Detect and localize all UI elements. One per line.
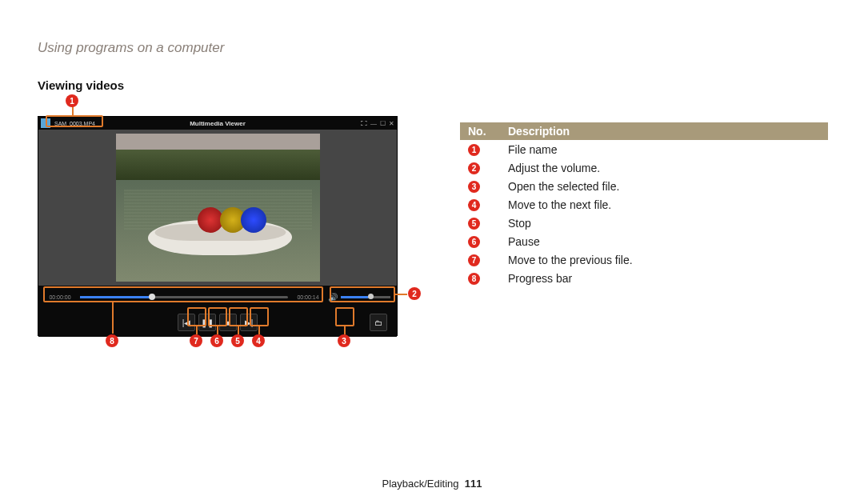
maximize-icon[interactable]: ☐ (380, 120, 386, 127)
table-row: 7 Move to the previous file. (460, 250, 828, 269)
row-desc: Adjust the volume. (500, 158, 828, 177)
multimedia-viewer-window: SAM_0003.MP4 Multimedia Viewer ⛶ — ☐ ✕ 0… (38, 116, 398, 336)
video-frame (116, 134, 320, 282)
video-area (38, 130, 397, 286)
table-row: 4 Move to the next file. (460, 195, 828, 214)
table-row: 5 Stop (460, 214, 828, 232)
row-desc: Open the selected file. (500, 177, 828, 195)
callout-box-1 (46, 115, 103, 127)
callout-tag-3: 3 (338, 334, 350, 347)
footer: Playback/Editing 111 (0, 478, 864, 490)
callout-box-8 (43, 286, 323, 302)
leader-6 (217, 326, 218, 334)
window-title: Multimedia Viewer (190, 120, 246, 127)
row-num: 6 (468, 236, 480, 248)
table-row: 1 File name (460, 140, 828, 158)
breadcrumb: Using programs on a computer (38, 40, 224, 56)
callout-tag-6: 6 (210, 334, 223, 347)
callout-tag-8: 8 (106, 334, 118, 347)
leader-7 (196, 326, 198, 334)
leader-3 (344, 326, 346, 334)
th-desc: Description (500, 122, 828, 140)
fullscreen-icon[interactable]: ⛶ (361, 120, 367, 127)
row-num: 3 (468, 181, 480, 193)
leader-8 (112, 302, 114, 334)
callout-box-7 (187, 307, 206, 326)
callout-tag-5: 5 (231, 334, 244, 347)
callout-tag-2: 2 (408, 287, 421, 300)
open-file-button[interactable]: 🗀 (370, 314, 387, 331)
window-buttons: ⛶ — ☐ ✕ (361, 120, 394, 127)
leader-2 (395, 294, 407, 295)
callout-box-2 (330, 286, 395, 302)
callout-box-6 (208, 307, 227, 326)
description-table: No. Description 1 File name 2 Adjust the… (460, 122, 828, 287)
table-row: 2 Adjust the volume. (460, 158, 828, 177)
row-num: 2 (468, 162, 480, 174)
row-num: 5 (468, 218, 480, 230)
callout-tag-4: 4 (252, 334, 265, 347)
row-num: 8 (468, 273, 480, 285)
footer-page: 111 (465, 478, 482, 490)
callout-tag-1: 1 (66, 94, 78, 107)
row-desc: Move to the next file. (500, 195, 828, 214)
row-desc: Move to the previous file. (500, 250, 828, 269)
row-num: 1 (468, 144, 480, 156)
footer-chapter: Playback/Editing (382, 478, 458, 490)
minimize-icon[interactable]: — (370, 120, 377, 127)
table-row: 6 Pause (460, 232, 828, 250)
row-desc: Pause (500, 232, 828, 250)
table-row: 3 Open the selected file. (460, 177, 828, 195)
close-icon[interactable]: ✕ (389, 120, 394, 127)
section-heading: Viewing videos (38, 78, 124, 92)
th-no: No. (460, 122, 500, 140)
leader-4 (258, 326, 260, 334)
leader-5 (238, 326, 239, 334)
callout-box-3 (335, 307, 354, 326)
row-desc: File name (500, 140, 828, 158)
callout-tag-7: 7 (190, 334, 202, 347)
row-desc: Progress bar (500, 269, 828, 287)
callout-box-5 (229, 307, 248, 326)
row-num: 7 (468, 254, 480, 266)
row-desc: Stop (500, 214, 828, 232)
callout-box-4 (250, 307, 269, 326)
table-row: 8 Progress bar (460, 269, 828, 287)
row-num: 4 (468, 199, 480, 211)
